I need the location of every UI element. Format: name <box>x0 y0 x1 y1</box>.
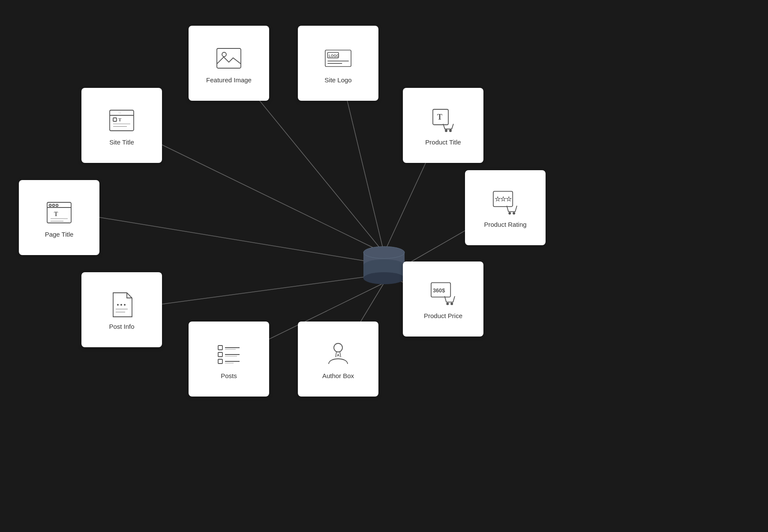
featured-image-label: Featured Image <box>206 76 252 84</box>
database-center <box>358 240 410 293</box>
node-author-box: Author Box <box>298 322 378 397</box>
node-posts: Posts <box>189 322 269 397</box>
svg-rect-34 <box>47 202 71 223</box>
svg-point-37 <box>53 204 55 207</box>
svg-point-54 <box>450 303 453 305</box>
svg-rect-26 <box>113 118 117 121</box>
post-info-label: Post Info <box>109 323 134 330</box>
product-rating-icon: ★★★ <box>492 189 519 216</box>
page-title-icon: T <box>45 199 73 226</box>
product-title-icon: T <box>429 107 457 134</box>
svg-point-44 <box>508 212 511 215</box>
product-price-icon: 360$ <box>429 280 457 308</box>
svg-line-4 <box>99 217 369 261</box>
svg-line-66 <box>340 352 341 357</box>
svg-text:LOGO: LOGO <box>329 54 339 58</box>
svg-point-17 <box>222 52 226 57</box>
svg-text:···: ··· <box>118 111 121 115</box>
node-site-logo: LOGO Site Logo <box>298 26 378 101</box>
node-post-info: Post Info <box>81 272 162 347</box>
node-featured-image: Featured Image <box>189 26 269 101</box>
post-info-icon <box>108 291 135 319</box>
svg-line-65 <box>336 352 336 357</box>
featured-image-icon <box>215 45 243 72</box>
svg-point-53 <box>446 303 449 305</box>
svg-point-47 <box>120 304 122 306</box>
svg-marker-67 <box>336 354 340 357</box>
svg-rect-16 <box>217 48 241 68</box>
product-price-label: Product Price <box>424 312 462 319</box>
svg-text:T: T <box>437 113 442 121</box>
svg-text:360$: 360$ <box>433 287 445 294</box>
product-title-label: Product Title <box>425 138 461 146</box>
svg-rect-59 <box>218 359 222 364</box>
svg-text:T: T <box>54 211 58 217</box>
svg-point-36 <box>49 204 51 207</box>
svg-point-48 <box>124 304 126 306</box>
site-logo-label: Site Logo <box>324 76 351 84</box>
svg-text:T: T <box>118 117 122 122</box>
svg-point-38 <box>56 204 58 207</box>
node-product-price: 360$ Product Price <box>403 261 483 337</box>
database-icon <box>358 240 410 291</box>
node-product-title: T Product Title <box>403 88 483 163</box>
posts-label: Posts <box>221 372 237 379</box>
page-title-label: Page Title <box>45 231 74 238</box>
author-box-icon <box>324 340 352 368</box>
site-logo-icon: LOGO <box>324 45 352 72</box>
product-rating-label: Product Rating <box>484 221 526 228</box>
node-page-title: T Page Title <box>19 180 99 255</box>
svg-point-46 <box>117 304 119 306</box>
posts-icon <box>215 340 243 368</box>
svg-text:★★★: ★★★ <box>495 196 512 202</box>
node-product-rating: ★★★ Product Rating <box>465 170 546 245</box>
svg-point-14 <box>363 272 405 284</box>
svg-rect-55 <box>218 346 222 350</box>
svg-point-32 <box>445 129 447 132</box>
svg-point-45 <box>513 212 515 215</box>
site-title-icon: ··· T <box>108 107 135 134</box>
diagram-container: Featured Image LOGO Site Logo ··· T <box>0 0 768 532</box>
svg-rect-57 <box>218 352 222 357</box>
svg-point-33 <box>449 129 452 132</box>
site-title-label: Site Title <box>109 138 134 146</box>
svg-point-64 <box>334 343 342 352</box>
node-site-title: ··· T Site Title <box>81 88 162 163</box>
author-box-label: Author Box <box>322 372 354 379</box>
